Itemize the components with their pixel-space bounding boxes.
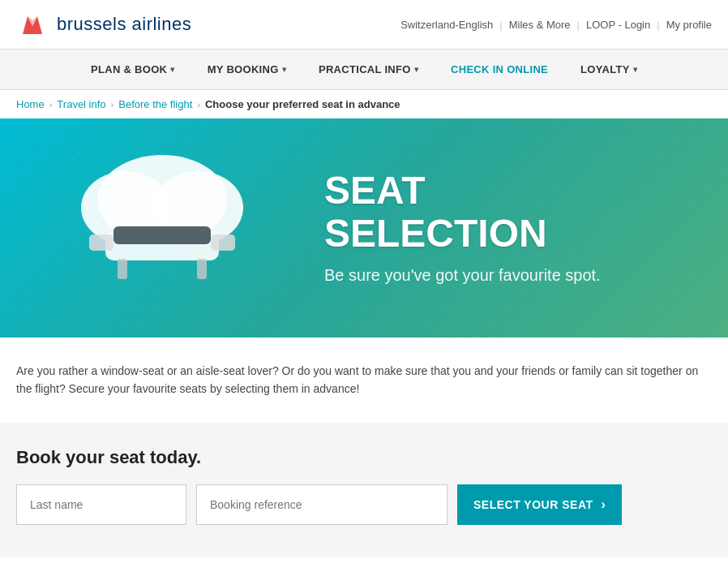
- main-nav: PLAN & BOOK ▾ MY BOOKING ▾ PRACTICAL INF…: [0, 49, 728, 90]
- profile-link[interactable]: My profile: [666, 19, 712, 31]
- last-name-input[interactable]: [16, 484, 186, 525]
- language-selector[interactable]: Switzerland-English: [400, 19, 493, 31]
- content-section: Are you rather a window-seat or an aisle…: [0, 338, 728, 415]
- breadcrumb-home[interactable]: Home: [16, 98, 45, 110]
- hero-banner: SEAT SELECTION Be sure you've got your f…: [0, 118, 728, 338]
- sofa-illustration: [65, 139, 276, 317]
- select-seat-button[interactable]: SELECT YOUR SEAT ›: [457, 484, 622, 525]
- hero-subtitle: Be sure you've got your favourite spot.: [324, 264, 601, 286]
- svg-rect-8: [89, 234, 113, 251]
- miles-more-link[interactable]: Miles & More: [509, 19, 571, 31]
- breadcrumb-sep-1: ›: [49, 100, 53, 110]
- chevron-down-icon: ▾: [282, 49, 286, 90]
- breadcrumb-sep-2: ›: [111, 100, 114, 110]
- hero-title-line1: SEAT: [324, 169, 425, 212]
- booking-section: Book your seat today. SELECT YOUR SEAT ›: [0, 423, 728, 557]
- nav-practical-info[interactable]: PRACTICAL INFO ▾: [302, 49, 435, 90]
- breadcrumb-sep-3: ›: [197, 100, 200, 110]
- top-nav: Switzerland-English | Miles & More | LOO…: [400, 19, 712, 31]
- nav-my-booking[interactable]: MY BOOKING ▾: [191, 49, 302, 90]
- nav-loyalty[interactable]: LOYALTY ▾: [564, 49, 653, 90]
- separator-2: |: [577, 19, 580, 31]
- logo-icon: [16, 8, 49, 41]
- chevron-down-icon: ▾: [633, 49, 637, 90]
- booking-reference-input[interactable]: [196, 484, 448, 525]
- separator-3: |: [657, 19, 659, 31]
- content-description: Are you rather a window-seat or an aisle…: [16, 362, 712, 398]
- breadcrumb: Home › Travel info › Before the flight ›…: [0, 90, 728, 118]
- hero-title-line2: SELECTION: [324, 212, 547, 255]
- hero-text: SEAT SELECTION Be sure you've got your f…: [324, 170, 601, 286]
- booking-form: SELECT YOUR SEAT ›: [16, 484, 712, 525]
- svg-rect-10: [118, 259, 127, 279]
- breadcrumb-travel-info[interactable]: Travel info: [57, 98, 105, 110]
- chevron-down-icon: ▾: [170, 49, 174, 90]
- logo-text: brussels airlines: [57, 14, 191, 35]
- chevron-right-icon: ›: [602, 497, 606, 512]
- top-bar: brussels airlines Switzerland-English | …: [0, 0, 728, 49]
- booking-heading: Book your seat today.: [16, 447, 712, 468]
- svg-rect-11: [197, 259, 207, 279]
- nav-plan-book[interactable]: PLAN & BOOK ▾: [75, 49, 191, 90]
- chevron-down-icon: ▾: [414, 49, 418, 90]
- separator-1: |: [499, 19, 502, 31]
- breadcrumb-current: Choose your preferred seat in advance: [205, 98, 400, 110]
- nav-check-in-online[interactable]: CHECK IN ONLINE: [435, 49, 564, 90]
- login-link[interactable]: LOOP - Login: [586, 19, 650, 31]
- svg-rect-9: [211, 234, 235, 251]
- logo-area: brussels airlines: [16, 8, 191, 41]
- svg-rect-7: [113, 226, 211, 244]
- breadcrumb-before-flight[interactable]: Before the flight: [118, 98, 192, 110]
